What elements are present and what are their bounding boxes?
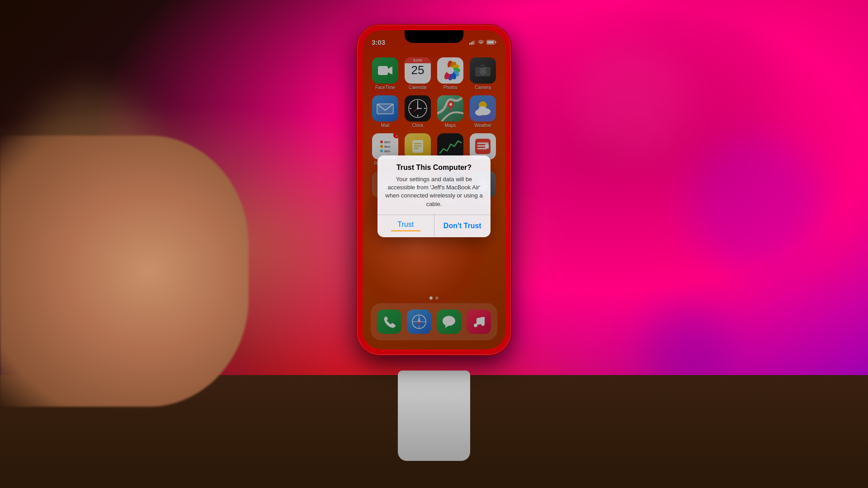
trust-button[interactable]: Trust — [377, 215, 434, 237]
phone-screen: 3:03 — [363, 30, 505, 349]
phone-stand — [398, 371, 470, 461]
dialog-content: Trust This Computer? Your settings and d… — [377, 155, 491, 215]
dialog-overlay: Trust This Computer? Your settings and d… — [363, 30, 505, 349]
dialog-message: Your settings and data will be accessibl… — [385, 175, 483, 208]
bokeh-5 — [687, 136, 823, 271]
dont-trust-button[interactable]: Don't Trust — [434, 215, 491, 237]
iphone: 3:03 — [357, 25, 511, 355]
hand — [0, 136, 249, 407]
dialog-buttons: Trust Don't Trust — [377, 215, 491, 237]
trust-dialog: Trust This Computer? Your settings and d… — [377, 155, 491, 237]
dialog-title: Trust This Computer? — [385, 164, 483, 172]
bokeh-6 — [574, 45, 687, 158]
